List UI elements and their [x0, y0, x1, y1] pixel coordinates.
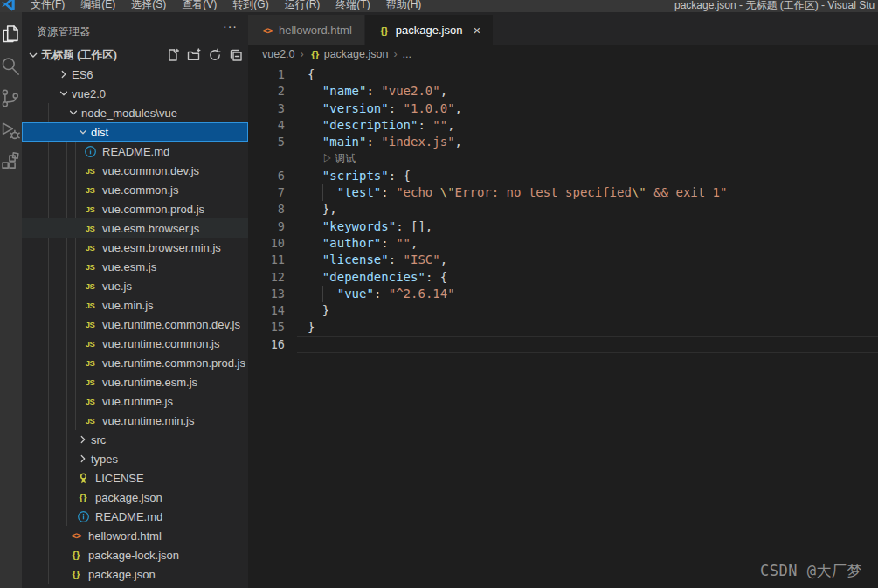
tree-item-vue.runtime.common.dev.js[interactable]: JSvue.runtime.common.dev.js [22, 315, 248, 334]
code-line: 7 "test": "echo \"Error: no test specifi… [248, 184, 878, 201]
line-number: 14 [248, 302, 297, 319]
tree-item-label: vue.runtime.common.dev.js [102, 318, 240, 331]
tree-item-label: vue.runtime.esm.js [102, 376, 197, 389]
line-number: 10 [248, 235, 297, 252]
tree-item-vue.runtime.common.js[interactable]: JSvue.runtime.common.js [22, 334, 248, 353]
explorer-title: 资源管理器 [37, 24, 91, 39]
menu-item[interactable]: 编辑(E) [73, 0, 123, 12]
chevron-right-icon [77, 433, 89, 446]
line-number: 1 [248, 66, 297, 83]
js-file-icon: JS [83, 375, 97, 389]
chevron-down-icon [26, 48, 40, 62]
source-control-icon[interactable] [0, 86, 22, 110]
tree-item-package.json[interactable]: {}package.json [22, 564, 248, 584]
breadcrumb: vue2.0 › {}package.json › ... [248, 45, 878, 63]
collapse-all-icon[interactable] [229, 48, 243, 62]
tree-item-label: vue.esm.js [102, 260, 156, 273]
js-file-icon: JS [83, 317, 97, 331]
json-file-icon: {} [309, 47, 321, 61]
tree-item-LICENSE[interactable]: LICENSE [22, 468, 248, 488]
tree-item-vue.runtime.js[interactable]: JSvue.runtime.js [22, 391, 248, 411]
tree-item-dist[interactable]: dist [22, 122, 248, 142]
tree-item-vue.esm.browser.js[interactable]: JSvue.esm.browser.js [22, 218, 248, 238]
tab-package.json[interactable]: {}package.json × [365, 15, 494, 45]
tree-item-vue.js[interactable]: JSvue.js [22, 276, 248, 295]
code-line: 3 "version": "1.0.0", [248, 100, 878, 117]
tree-item-label: vue.runtime.min.js [102, 414, 194, 427]
tab-bar: <>helloword.html {}package.json × [248, 12, 878, 45]
activity-bar [0, 12, 22, 588]
menu-item[interactable]: 转到(G) [225, 0, 276, 12]
tree-item-label: vue.common.js [102, 183, 178, 197]
tree-item-label: vue.common.prod.js [102, 203, 204, 216]
tree-item-README.md[interactable]: README.md [22, 142, 248, 161]
tree-item-vue.common.js[interactable]: JSvue.common.js [22, 180, 248, 199]
tree-item-README.md[interactable]: README.md [22, 507, 248, 526]
code-lines: 1 { 2 "name": "vue2.0", 3 "version": "1.… [248, 66, 878, 353]
license-file-icon [76, 471, 90, 485]
json-file-icon: {} [69, 548, 83, 562]
chevron-down-icon [58, 87, 70, 100]
tree-item-helloword.html[interactable]: <>helloword.html [22, 526, 248, 545]
new-folder-icon[interactable] [187, 48, 201, 62]
line-number: 7 [248, 184, 297, 201]
tree-item-package-lock.json[interactable]: {}package-lock.json [22, 545, 248, 564]
extensions-icon[interactable] [0, 151, 22, 175]
code-line: 11 "license": "ISC", [248, 252, 878, 268]
menu-item[interactable]: 查看(V) [174, 0, 225, 12]
tree-item-package.json[interactable]: {}package.json [22, 488, 248, 507]
menu-item[interactable]: 运行(R) [277, 0, 328, 12]
vscode-logo-icon[interactable] [1, 0, 16, 11]
js-file-icon: JS [83, 221, 97, 235]
breadcrumb-item[interactable]: vue2.0 [262, 48, 295, 60]
breadcrumb-item[interactable]: ... [403, 48, 411, 60]
run-debug-icon[interactable] [0, 119, 22, 142]
new-file-icon[interactable] [166, 48, 180, 62]
tree-item-vue.runtime.min.js[interactable]: JSvue.runtime.min.js [22, 411, 248, 430]
tree-item-label: README.md [102, 145, 169, 158]
tree-item-vue.common.prod.js[interactable]: JSvue.common.prod.js [22, 199, 248, 218]
info-file-icon [83, 144, 97, 158]
tree-item-vue.runtime.common.prod.js[interactable]: JSvue.runtime.common.prod.js [22, 353, 248, 372]
menu-item[interactable]: 终端(T) [328, 0, 377, 12]
js-file-icon: JS [83, 240, 97, 254]
line-number: 15 [248, 319, 297, 336]
breadcrumb-item[interactable]: {}package.json [309, 47, 389, 61]
workspace-section-header[interactable]: 无标题 (工作区) [22, 45, 248, 65]
tree-item-label: node_modules\vue [81, 107, 177, 120]
tree-item-src[interactable]: src [22, 430, 248, 449]
code-line: 5 "main": "index.js", [248, 134, 878, 150]
tree-item-label: vue.min.js [102, 299, 154, 312]
menu-item[interactable]: 选择(S) [123, 0, 174, 12]
menu-item[interactable]: 帮助(H) [378, 0, 430, 12]
tree-item-label: vue.esm.browser.min.js [102, 241, 221, 254]
breadcrumb-label: vue2.0 [262, 48, 295, 60]
tree-item-label: vue.runtime.js [102, 395, 173, 408]
title-bar: 文件(F)编辑(E)选择(S)查看(V)转到(G)运行(R)终端(T)帮助(H)… [0, 0, 878, 12]
tree-item-vue2.0[interactable]: vue2.0 [22, 84, 248, 103]
tree-item-label: types [91, 453, 118, 466]
close-icon[interactable]: × [473, 24, 480, 37]
line-number: 9 [248, 218, 297, 235]
code-line: 14 } [248, 302, 878, 319]
search-icon[interactable] [0, 54, 22, 78]
tree-item-ES6[interactable]: ES6 [22, 65, 248, 84]
tree-item-label: package.json [95, 491, 162, 504]
tree-item-types[interactable]: types [22, 449, 248, 468]
tree-item-vue.esm.browser.min.js[interactable]: JSvue.esm.browser.min.js [22, 238, 248, 257]
tree-item-vue.esm.js[interactable]: JSvue.esm.js [22, 257, 248, 276]
menu-bar-items: 文件(F)编辑(E)选择(S)查看(V)转到(G)运行(R)终端(T)帮助(H) [23, 0, 429, 12]
explorer-actions [166, 48, 243, 62]
code-editor[interactable]: 1 { 2 "name": "vue2.0", 3 "version": "1.… [248, 63, 878, 588]
tree-item-vue.min.js[interactable]: JSvue.min.js [22, 295, 248, 315]
menu-item[interactable]: 文件(F) [23, 0, 73, 12]
more-actions-icon[interactable]: ··· [223, 19, 238, 33]
tree-item-vue.common.dev.js[interactable]: JSvue.common.dev.js [22, 161, 248, 180]
tab-helloword.html[interactable]: <>helloword.html [248, 15, 365, 45]
tree-item-node_modules\vue[interactable]: node_modules\vue [22, 103, 248, 122]
codelens-debug[interactable]: ▷ 调试 [248, 150, 878, 167]
refresh-icon[interactable] [208, 48, 222, 62]
editor-indent-guide [322, 286, 323, 302]
tree-item-vue.runtime.esm.js[interactable]: JSvue.runtime.esm.js [22, 372, 248, 391]
files-icon[interactable] [0, 22, 22, 45]
